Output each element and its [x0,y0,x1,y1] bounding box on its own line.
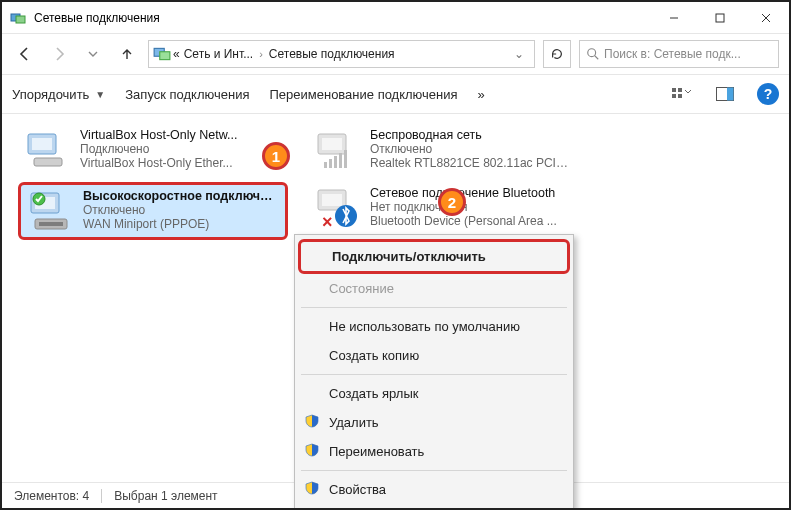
connection-device: Realtek RTL8821CE 802.11ac PCIe ... [370,156,572,170]
ctx-no-default[interactable]: Не использовать по умолчанию [295,312,573,341]
close-button[interactable] [743,2,789,33]
svg-rect-7 [160,52,170,60]
back-button[interactable] [12,41,38,67]
ctx-separator [301,470,567,471]
window-title: Сетевые подключения [34,11,651,25]
rename-connection-button[interactable]: Переименование подключения [269,87,457,102]
breadcrumb-prefix: « [173,47,180,61]
svg-rect-23 [334,156,337,168]
search-placeholder: Поиск в: Сетевые подк... [604,47,741,61]
svg-rect-30 [39,222,63,226]
ctx-separator [301,374,567,375]
ctx-connect-disconnect[interactable]: Подключить/отключить [298,239,570,274]
svg-rect-20 [322,138,342,150]
status-selected: Выбран 1 элемент [114,489,217,503]
search-box[interactable]: Поиск в: Сетевые подк... [579,40,779,68]
ctx-properties[interactable]: Свойства [295,475,573,504]
titlebar: Сетевые подключения [2,2,789,34]
start-connection-button[interactable]: Запуск подключения [125,87,249,102]
connection-title: Беспроводная сеть [370,128,572,142]
start-label: Запуск подключения [125,87,249,102]
nav-row: « Сеть и Инт... › Сетевые подключения ⌄ … [2,34,789,74]
modem-icon [27,189,75,233]
step-badge-1: 1 [262,142,290,170]
app-icon [10,10,26,26]
svg-rect-21 [324,162,327,168]
ctx-separator [301,307,567,308]
organize-label: Упорядочить [12,87,89,102]
step-badge-2: 2 [438,188,466,216]
connection-device: VirtualBox Host-Only Ether... [80,156,237,170]
help-button[interactable]: ? [757,83,779,105]
ctx-rename-label: Переименовать [329,444,424,459]
svg-rect-25 [344,150,347,168]
preview-pane-button[interactable] [713,82,737,106]
control-panel-icon [153,45,171,63]
more-tools[interactable]: » [478,87,485,102]
svg-rect-18 [34,158,62,166]
forward-button[interactable] [46,41,72,67]
svg-rect-1 [16,16,25,23]
svg-point-8 [588,49,596,57]
context-menu: Подключить/отключить Состояние Не исполь… [294,234,574,509]
svg-rect-10 [672,88,676,92]
wifi-icon [314,128,362,172]
up-button[interactable] [114,41,140,67]
connection-title: Высокоскоростное подключение [83,189,279,203]
connection-item-virtualbox[interactable]: VirtualBox Host-Only Netw... Подключено … [18,124,288,176]
connection-item-bluetooth[interactable]: × Сетевое подключение Bluetooth Нет подк… [308,182,578,240]
content-area: VirtualBox Host-Only Netw... Подключено … [2,114,789,482]
minimize-button[interactable] [651,2,697,33]
connection-status: Отключено [83,203,279,217]
ctx-create-copy[interactable]: Создать копию [295,341,573,370]
svg-rect-12 [672,94,676,98]
view-menu[interactable] [669,82,693,106]
svg-rect-32 [322,194,342,206]
svg-line-9 [595,56,599,60]
connection-item-wireless[interactable]: Беспроводная сеть Отключено Realtek RTL8… [308,124,578,176]
connection-device: Bluetooth Device (Personal Area ... [370,214,557,228]
shield-icon [305,481,321,497]
svg-rect-17 [32,138,52,150]
connection-item-highspeed[interactable]: Высокоскоростное подключение Отключено W… [18,182,288,240]
chevron-right-icon: › [259,48,263,60]
breadcrumb-1[interactable]: Сеть и Инт... [184,47,253,61]
ctx-status: Состояние [295,274,573,303]
refresh-button[interactable] [543,40,571,68]
connection-device: WAN Miniport (PPPOE) [83,217,279,231]
chevron-down-icon[interactable]: ⌄ [508,47,530,61]
maximize-button[interactable] [697,2,743,33]
ctx-properties-label: Свойства [329,482,386,497]
svg-rect-13 [678,94,682,98]
status-divider [101,489,102,503]
status-count: Элементов: 4 [14,489,89,503]
network-adapter-icon [24,128,72,172]
connection-title: VirtualBox Host-Only Netw... [80,128,237,142]
more-label: » [478,87,485,102]
toolbar: Упорядочить ▼ Запуск подключения Переиме… [2,74,789,114]
shield-icon [305,443,321,459]
shield-icon [305,414,321,430]
ctx-delete[interactable]: Удалить [295,408,573,437]
ctx-delete-label: Удалить [329,415,379,430]
ctx-rename[interactable]: Переименовать [295,437,573,466]
breadcrumb-2[interactable]: Сетевые подключения [269,47,395,61]
svg-rect-22 [329,159,332,168]
rename-label: Переименование подключения [269,87,457,102]
chevron-down-icon: ▼ [95,89,105,100]
search-icon [586,47,600,61]
bluetooth-icon: × [314,186,362,230]
svg-text:×: × [322,212,333,230]
organize-menu[interactable]: Упорядочить ▼ [12,87,105,102]
svg-rect-15 [727,88,734,101]
ctx-create-shortcut[interactable]: Создать ярлык [295,379,573,408]
svg-rect-11 [678,88,682,92]
svg-rect-24 [339,153,342,168]
address-bar[interactable]: « Сеть и Инт... › Сетевые подключения ⌄ [148,40,535,68]
connection-status: Подключено [80,142,237,156]
svg-rect-3 [716,14,724,22]
connection-status: Отключено [370,142,572,156]
recent-dropdown[interactable] [80,41,106,67]
